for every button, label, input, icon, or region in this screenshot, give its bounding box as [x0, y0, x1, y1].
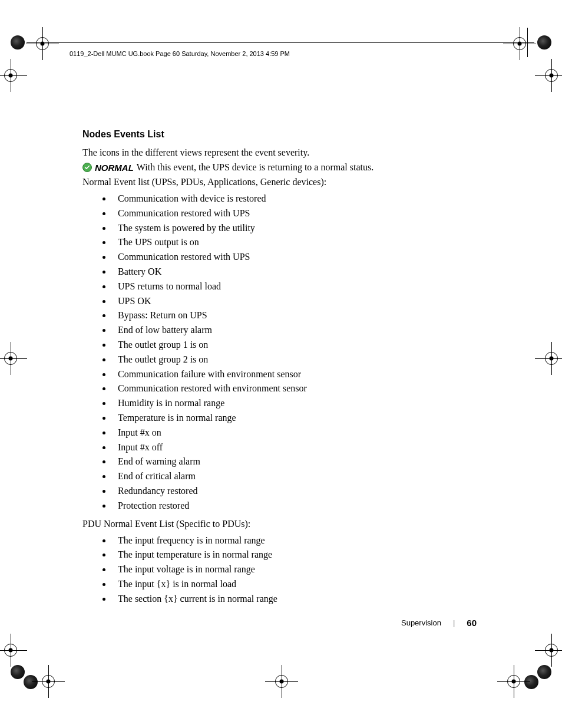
list-item: The section {x} current is in normal ran… [112, 592, 483, 607]
list-item: Bypass: Return on UPS [112, 308, 483, 323]
list-item: Communication restored with UPS [112, 206, 483, 221]
crop-rule [27, 42, 534, 43]
section-title: Nodes Events List [82, 129, 483, 140]
list-item: Humidity is in normal range [112, 396, 483, 411]
pdu-events-list: The input frequency is in normal range T… [112, 533, 483, 607]
list-item: The input voltage is in normal range [112, 562, 483, 577]
list-item: Input #x off [112, 440, 483, 455]
registration-mark-icon [535, 59, 562, 92]
page-number: 60 [467, 618, 477, 628]
book-header: 0119_2-Dell MUMC UG.book Page 60 Saturda… [70, 50, 290, 57]
list-item: Protection restored [112, 499, 483, 513]
registration-mark-icon [535, 634, 562, 667]
registration-mark-icon [26, 27, 59, 60]
normal-description: With this event, the UPS device is retur… [137, 162, 373, 173]
list-item: Communication failure with environment s… [112, 367, 483, 382]
page-content: Nodes Events List The icons in the diffe… [82, 129, 483, 610]
list-item: Redundancy restored [112, 484, 483, 499]
normal-events-list: Communication with device is restored Co… [112, 192, 483, 513]
registration-mark-icon [503, 27, 536, 60]
crop-mark-icon [11, 665, 25, 679]
list-item: End of low battery alarm [112, 323, 483, 338]
crop-rule [527, 28, 528, 57]
list-item: The outlet group 1 is on [112, 338, 483, 353]
list-item: The UPS output is on [112, 235, 483, 250]
list-item: Communication with device is restored [112, 192, 483, 206]
list-item: Battery OK [112, 265, 483, 279]
list-item: The input frequency is in normal range [112, 533, 483, 548]
footer-separator: | [453, 618, 455, 627]
registration-mark-icon [535, 342, 562, 375]
crop-mark-icon [11, 35, 25, 50]
list-item: End of critical alarm [112, 469, 483, 484]
list-item: Communication restored with UPS [112, 250, 483, 265]
intro-text: The icons in the different views represe… [82, 146, 483, 160]
normal-list-heading: Normal Event list (UPSs, PDUs, Applicati… [82, 175, 483, 189]
list-item: UPS OK [112, 294, 483, 309]
list-item: End of warning alarm [112, 454, 483, 469]
registration-mark-icon [0, 342, 27, 375]
normal-status-line: NORMAL With this event, the UPS device i… [82, 162, 483, 173]
registration-mark-icon [0, 634, 27, 667]
list-item: Input #x on [112, 426, 483, 440]
registration-mark-icon [0, 59, 27, 92]
list-item: The outlet group 2 is on [112, 353, 483, 367]
crop-mark-icon [524, 675, 538, 689]
normal-label: NORMAL [95, 163, 134, 173]
list-item: Communication restored with environment … [112, 381, 483, 396]
crop-mark-icon [537, 665, 551, 679]
page-footer: Supervision | 60 [401, 618, 477, 628]
registration-mark-icon [265, 665, 298, 698]
pdu-list-heading: PDU Normal Event List (Specific to PDUs)… [82, 517, 483, 531]
list-item: UPS returns to normal load [112, 279, 483, 294]
crop-mark-icon [24, 675, 38, 689]
crop-mark-icon [537, 35, 551, 50]
list-item: The input {x} is in normal load [112, 577, 483, 592]
list-item: The system is powered by the utility [112, 221, 483, 236]
normal-status-icon [82, 163, 92, 172]
footer-section: Supervision [401, 618, 441, 627]
list-item: Temperature is in normal range [112, 411, 483, 426]
list-item: The input temperature is in normal range [112, 548, 483, 562]
